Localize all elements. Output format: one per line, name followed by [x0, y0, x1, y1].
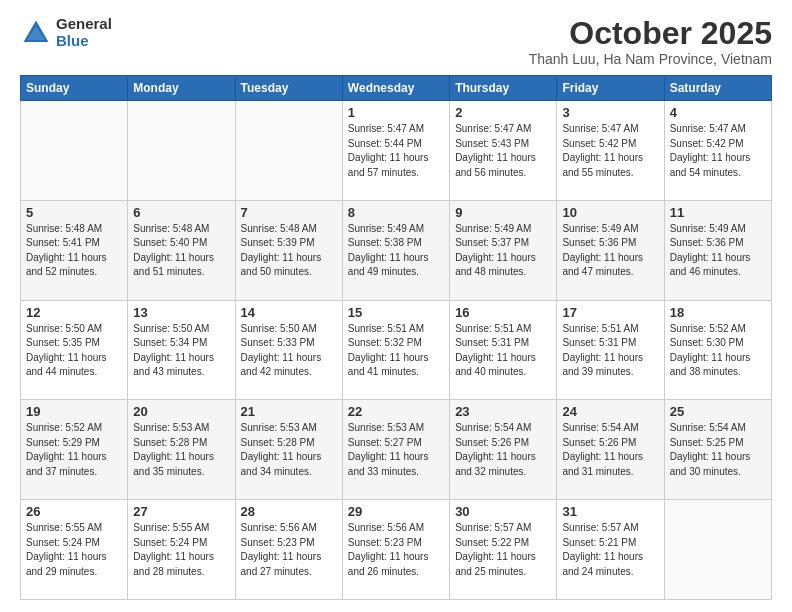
calendar-cell: 16Sunrise: 5:51 AMSunset: 5:31 PMDayligh…	[450, 300, 557, 400]
day-number: 28	[241, 504, 337, 519]
day-info: Sunrise: 5:53 AMSunset: 5:27 PMDaylight:…	[348, 421, 444, 479]
calendar-cell: 30Sunrise: 5:57 AMSunset: 5:22 PMDayligh…	[450, 500, 557, 600]
day-info: Sunrise: 5:48 AMSunset: 5:39 PMDaylight:…	[241, 222, 337, 280]
day-number: 12	[26, 305, 122, 320]
day-number: 26	[26, 504, 122, 519]
day-number: 14	[241, 305, 337, 320]
day-number: 23	[455, 404, 551, 419]
day-number: 18	[670, 305, 766, 320]
day-number: 7	[241, 205, 337, 220]
calendar-cell: 11Sunrise: 5:49 AMSunset: 5:36 PMDayligh…	[664, 200, 771, 300]
calendar-cell: 5Sunrise: 5:48 AMSunset: 5:41 PMDaylight…	[21, 200, 128, 300]
calendar-cell: 21Sunrise: 5:53 AMSunset: 5:28 PMDayligh…	[235, 400, 342, 500]
day-number: 30	[455, 504, 551, 519]
logo-icon	[20, 17, 52, 49]
day-number: 13	[133, 305, 229, 320]
day-info: Sunrise: 5:48 AMSunset: 5:41 PMDaylight:…	[26, 222, 122, 280]
calendar-week-row: 26Sunrise: 5:55 AMSunset: 5:24 PMDayligh…	[21, 500, 772, 600]
day-number: 11	[670, 205, 766, 220]
location: Thanh Luu, Ha Nam Province, Vietnam	[529, 51, 772, 67]
calendar-cell: 24Sunrise: 5:54 AMSunset: 5:26 PMDayligh…	[557, 400, 664, 500]
calendar-cell: 15Sunrise: 5:51 AMSunset: 5:32 PMDayligh…	[342, 300, 449, 400]
calendar-cell: 29Sunrise: 5:56 AMSunset: 5:23 PMDayligh…	[342, 500, 449, 600]
day-number: 9	[455, 205, 551, 220]
day-info: Sunrise: 5:52 AMSunset: 5:29 PMDaylight:…	[26, 421, 122, 479]
day-info: Sunrise: 5:54 AMSunset: 5:26 PMDaylight:…	[455, 421, 551, 479]
day-info: Sunrise: 5:57 AMSunset: 5:22 PMDaylight:…	[455, 521, 551, 579]
calendar-week-row: 1Sunrise: 5:47 AMSunset: 5:44 PMDaylight…	[21, 101, 772, 201]
day-number: 25	[670, 404, 766, 419]
day-info: Sunrise: 5:47 AMSunset: 5:44 PMDaylight:…	[348, 122, 444, 180]
day-info: Sunrise: 5:50 AMSunset: 5:33 PMDaylight:…	[241, 322, 337, 380]
day-info: Sunrise: 5:56 AMSunset: 5:23 PMDaylight:…	[241, 521, 337, 579]
calendar-header-sunday: Sunday	[21, 76, 128, 101]
calendar-cell: 7Sunrise: 5:48 AMSunset: 5:39 PMDaylight…	[235, 200, 342, 300]
day-number: 31	[562, 504, 658, 519]
calendar-week-row: 19Sunrise: 5:52 AMSunset: 5:29 PMDayligh…	[21, 400, 772, 500]
day-number: 16	[455, 305, 551, 320]
calendar-cell: 6Sunrise: 5:48 AMSunset: 5:40 PMDaylight…	[128, 200, 235, 300]
day-number: 21	[241, 404, 337, 419]
calendar-header-tuesday: Tuesday	[235, 76, 342, 101]
calendar-cell: 31Sunrise: 5:57 AMSunset: 5:21 PMDayligh…	[557, 500, 664, 600]
calendar-cell: 17Sunrise: 5:51 AMSunset: 5:31 PMDayligh…	[557, 300, 664, 400]
calendar-cell	[664, 500, 771, 600]
calendar-cell: 9Sunrise: 5:49 AMSunset: 5:37 PMDaylight…	[450, 200, 557, 300]
logo-general: General	[56, 16, 112, 33]
calendar-cell: 23Sunrise: 5:54 AMSunset: 5:26 PMDayligh…	[450, 400, 557, 500]
calendar-cell: 26Sunrise: 5:55 AMSunset: 5:24 PMDayligh…	[21, 500, 128, 600]
calendar-cell: 12Sunrise: 5:50 AMSunset: 5:35 PMDayligh…	[21, 300, 128, 400]
calendar-header-thursday: Thursday	[450, 76, 557, 101]
calendar-header-saturday: Saturday	[664, 76, 771, 101]
day-info: Sunrise: 5:53 AMSunset: 5:28 PMDaylight:…	[133, 421, 229, 479]
day-number: 24	[562, 404, 658, 419]
day-info: Sunrise: 5:52 AMSunset: 5:30 PMDaylight:…	[670, 322, 766, 380]
day-info: Sunrise: 5:55 AMSunset: 5:24 PMDaylight:…	[133, 521, 229, 579]
day-number: 2	[455, 105, 551, 120]
calendar-cell: 14Sunrise: 5:50 AMSunset: 5:33 PMDayligh…	[235, 300, 342, 400]
day-info: Sunrise: 5:47 AMSunset: 5:42 PMDaylight:…	[562, 122, 658, 180]
calendar-cell: 1Sunrise: 5:47 AMSunset: 5:44 PMDaylight…	[342, 101, 449, 201]
day-info: Sunrise: 5:56 AMSunset: 5:23 PMDaylight:…	[348, 521, 444, 579]
day-number: 29	[348, 504, 444, 519]
day-info: Sunrise: 5:48 AMSunset: 5:40 PMDaylight:…	[133, 222, 229, 280]
day-info: Sunrise: 5:47 AMSunset: 5:43 PMDaylight:…	[455, 122, 551, 180]
logo: General Blue	[20, 16, 112, 49]
calendar-cell	[235, 101, 342, 201]
day-number: 10	[562, 205, 658, 220]
calendar-cell: 4Sunrise: 5:47 AMSunset: 5:42 PMDaylight…	[664, 101, 771, 201]
day-info: Sunrise: 5:54 AMSunset: 5:26 PMDaylight:…	[562, 421, 658, 479]
calendar-header-friday: Friday	[557, 76, 664, 101]
calendar-table: SundayMondayTuesdayWednesdayThursdayFrid…	[20, 75, 772, 600]
day-number: 5	[26, 205, 122, 220]
calendar-cell: 18Sunrise: 5:52 AMSunset: 5:30 PMDayligh…	[664, 300, 771, 400]
day-number: 4	[670, 105, 766, 120]
day-number: 17	[562, 305, 658, 320]
calendar-cell: 25Sunrise: 5:54 AMSunset: 5:25 PMDayligh…	[664, 400, 771, 500]
day-info: Sunrise: 5:51 AMSunset: 5:32 PMDaylight:…	[348, 322, 444, 380]
day-number: 8	[348, 205, 444, 220]
day-info: Sunrise: 5:50 AMSunset: 5:35 PMDaylight:…	[26, 322, 122, 380]
calendar-header-wednesday: Wednesday	[342, 76, 449, 101]
calendar-cell: 22Sunrise: 5:53 AMSunset: 5:27 PMDayligh…	[342, 400, 449, 500]
calendar-header-monday: Monday	[128, 76, 235, 101]
day-info: Sunrise: 5:49 AMSunset: 5:36 PMDaylight:…	[670, 222, 766, 280]
page: General Blue October 2025 Thanh Luu, Ha …	[0, 0, 792, 612]
day-info: Sunrise: 5:49 AMSunset: 5:37 PMDaylight:…	[455, 222, 551, 280]
logo-text: General Blue	[56, 16, 112, 49]
logo-blue: Blue	[56, 33, 112, 50]
calendar-cell: 20Sunrise: 5:53 AMSunset: 5:28 PMDayligh…	[128, 400, 235, 500]
calendar-cell: 2Sunrise: 5:47 AMSunset: 5:43 PMDaylight…	[450, 101, 557, 201]
day-info: Sunrise: 5:54 AMSunset: 5:25 PMDaylight:…	[670, 421, 766, 479]
calendar-cell: 8Sunrise: 5:49 AMSunset: 5:38 PMDaylight…	[342, 200, 449, 300]
day-number: 3	[562, 105, 658, 120]
calendar-cell: 3Sunrise: 5:47 AMSunset: 5:42 PMDaylight…	[557, 101, 664, 201]
day-info: Sunrise: 5:49 AMSunset: 5:36 PMDaylight:…	[562, 222, 658, 280]
header-right: October 2025 Thanh Luu, Ha Nam Province,…	[529, 16, 772, 67]
calendar-week-row: 12Sunrise: 5:50 AMSunset: 5:35 PMDayligh…	[21, 300, 772, 400]
day-info: Sunrise: 5:51 AMSunset: 5:31 PMDaylight:…	[562, 322, 658, 380]
day-info: Sunrise: 5:57 AMSunset: 5:21 PMDaylight:…	[562, 521, 658, 579]
calendar-cell: 28Sunrise: 5:56 AMSunset: 5:23 PMDayligh…	[235, 500, 342, 600]
day-number: 15	[348, 305, 444, 320]
day-number: 27	[133, 504, 229, 519]
